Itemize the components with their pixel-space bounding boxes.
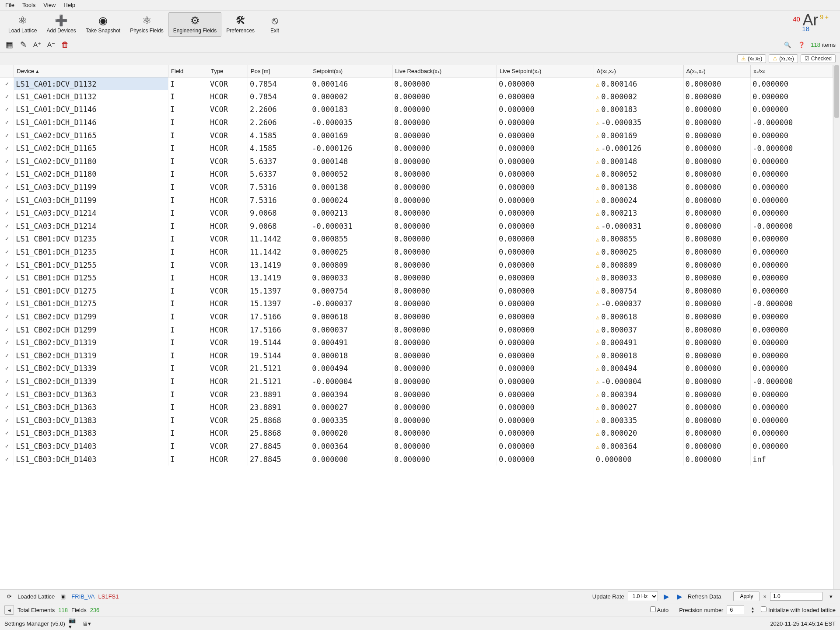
table-row[interactable]: LS1_CA03:DCH_D1199IHCOR7.53160.0000240.0… xyxy=(0,194,833,207)
toolbar-add-devices[interactable]: ➕Add Devices xyxy=(42,12,80,37)
row-check[interactable] xyxy=(0,362,14,375)
table-row[interactable]: LS1_CB01:DCV_D1235IVCOR11.14420.0008550.… xyxy=(0,233,833,246)
refresh-data-button[interactable]: Refresh Data xyxy=(688,593,721,600)
row-check[interactable] xyxy=(0,206,14,220)
row-check[interactable] xyxy=(0,259,14,272)
row-check[interactable] xyxy=(0,401,14,414)
row-check[interactable] xyxy=(0,388,14,401)
table-row[interactable]: LS1_CA02:DCV_D1165IVCOR4.15850.0001690.0… xyxy=(0,129,833,142)
col-8[interactable]: Δ(x₁,x₂) xyxy=(683,65,751,77)
row-check[interactable] xyxy=(0,271,14,284)
table-row[interactable]: LS1_CB03:DCV_D1403IVCOR27.88450.0003640.… xyxy=(0,440,833,453)
table-row[interactable]: LS1_CB03:DCH_D1383IHCOR25.88680.0000200.… xyxy=(0,427,833,440)
col-7[interactable]: Δ(x₀,x₂) xyxy=(594,65,683,77)
row-check[interactable] xyxy=(0,336,14,349)
table-row[interactable]: LS1_CB01:DCV_D1275IVCOR15.13970.0007540.… xyxy=(0,284,833,298)
table-row[interactable]: LS1_CB01:DCH_D1235IHCOR11.14420.0000250.… xyxy=(0,245,833,259)
help-icon[interactable]: ❓ xyxy=(797,40,806,49)
table-row[interactable]: LS1_CA01:DCH_D1132IHCOR0.78540.0000020.0… xyxy=(0,90,833,103)
row-check[interactable] xyxy=(0,155,14,168)
table-row[interactable]: LS1_CB02:DCV_D1339IVCOR21.51210.0004940.… xyxy=(0,362,833,375)
row-check[interactable] xyxy=(0,90,14,103)
row-check[interactable] xyxy=(0,245,14,259)
table-row[interactable]: LS1_CA01:DCV_D1132IVCOR0.78540.0001460.0… xyxy=(0,77,833,91)
col-4[interactable]: Setpoint(x₀) xyxy=(310,65,392,77)
row-check[interactable] xyxy=(0,440,14,453)
table-row[interactable]: LS1_CB03:DCH_D1403IHCOR27.88450.0000000.… xyxy=(0,453,833,466)
table-row[interactable]: LS1_CA03:DCV_D1199IVCOR7.53160.0001380.0… xyxy=(0,181,833,194)
auto-checkbox[interactable]: Auto xyxy=(650,606,669,613)
row-check[interactable] xyxy=(0,375,14,388)
menu-tools[interactable]: Tools xyxy=(22,2,35,8)
row-check[interactable] xyxy=(0,142,14,155)
row-check[interactable] xyxy=(0,233,14,246)
chip-delta-x1x2[interactable]: ⚠(x₁,x₂) xyxy=(769,54,798,63)
row-check[interactable] xyxy=(0,220,14,233)
apply-button[interactable]: Apply xyxy=(733,592,760,601)
col-6[interactable]: Live Setpoint(x₂) xyxy=(497,65,594,77)
lattice-link[interactable]: FRIB_VA xyxy=(71,593,94,600)
edit-icon[interactable]: ✎ xyxy=(18,40,28,49)
back-icon[interactable]: ◂ xyxy=(4,605,14,615)
table-row[interactable]: LS1_CB01:DCH_D1255IHCOR13.14190.0000330.… xyxy=(0,271,833,284)
table-row[interactable]: LS1_CB03:DCH_D1363IHCOR23.88910.0000270.… xyxy=(0,401,833,414)
table-row[interactable]: LS1_CA02:DCV_D1180IVCOR5.63370.0001480.0… xyxy=(0,155,833,168)
col-3[interactable]: Pos [m] xyxy=(248,65,310,77)
play-icon[interactable]: ▶ xyxy=(662,592,671,601)
toolbar-exit[interactable]: ⎋Exit xyxy=(259,12,290,37)
table-row[interactable]: LS1_CB03:DCV_D1383IVCOR25.88680.0003350.… xyxy=(0,414,833,427)
menu-file[interactable]: File xyxy=(5,2,14,8)
col-check[interactable] xyxy=(0,65,14,77)
table-row[interactable]: LS1_CB02:DCV_D1299IVCOR17.51660.0006180.… xyxy=(0,310,833,323)
precision-stepper[interactable]: ▴▾ xyxy=(748,605,757,615)
search-icon[interactable]: 🔍 xyxy=(783,40,792,49)
apply-menu-icon[interactable]: ▾ xyxy=(826,592,836,601)
menu-view[interactable]: View xyxy=(43,2,56,8)
table-row[interactable]: LS1_CA02:DCH_D1180IHCOR5.63370.0000520.0… xyxy=(0,168,833,181)
col-0[interactable]: Device ▴ xyxy=(14,65,168,77)
col-1[interactable]: Field xyxy=(168,65,208,77)
row-check[interactable] xyxy=(0,453,14,466)
chip-checked[interactable]: ☑Checked xyxy=(801,54,836,63)
toolbar-physics-fields[interactable]: ⚛Physics Fields xyxy=(125,12,168,37)
toolbar-engineering-fields[interactable]: ⚙Engineering Fields xyxy=(168,12,221,37)
row-check[interactable] xyxy=(0,194,14,207)
row-check[interactable] xyxy=(0,323,14,336)
camera-icon[interactable]: 📷▾ xyxy=(69,619,78,628)
row-check[interactable] xyxy=(0,414,14,427)
font-increase-icon[interactable]: A⁺ xyxy=(32,40,42,49)
table-row[interactable]: LS1_CA01:DCH_D1146IHCOR2.2606-0.0000350.… xyxy=(0,116,833,129)
table-row[interactable]: LS1_CB02:DCH_D1339IHCOR21.5121-0.0000040… xyxy=(0,375,833,388)
table-row[interactable]: LS1_CB01:DCH_D1275IHCOR15.1397-0.0000370… xyxy=(0,298,833,311)
delete-icon[interactable]: 🗑 xyxy=(60,40,70,49)
row-check[interactable] xyxy=(0,168,14,181)
menu-help[interactable]: Help xyxy=(63,2,75,8)
update-rate-select[interactable]: 1.0 Hz xyxy=(628,592,658,601)
row-check[interactable] xyxy=(0,298,14,311)
table-row[interactable]: LS1_CB02:DCV_D1319IVCOR19.51440.0004910.… xyxy=(0,336,833,349)
table-row[interactable]: LS1_CB01:DCV_D1255IVCOR13.14190.0008090.… xyxy=(0,259,833,272)
chip-delta-x0x2[interactable]: ⚠(x₀,x₂) xyxy=(737,54,766,63)
monitor-icon[interactable]: 🖥▾ xyxy=(82,619,91,628)
table-row[interactable]: LS1_CA03:DCH_D1214IHCOR9.0068-0.0000310.… xyxy=(0,220,833,233)
row-check[interactable] xyxy=(0,427,14,440)
init-checkbox[interactable]: Initialize with loaded lattice xyxy=(761,606,836,613)
row-check[interactable] xyxy=(0,284,14,298)
toolbar-preferences[interactable]: 🛠Preferences xyxy=(221,12,259,37)
table-row[interactable]: LS1_CB02:DCH_D1319IHCOR19.51440.0000180.… xyxy=(0,349,833,362)
row-check[interactable] xyxy=(0,116,14,129)
refresh-play-icon[interactable]: ▶ xyxy=(675,592,684,601)
table-row[interactable]: LS1_CA02:DCH_D1165IHCOR4.1585-0.0001260.… xyxy=(0,142,833,155)
table-row[interactable]: LS1_CB03:DCV_D1363IVCOR23.88910.0003940.… xyxy=(0,388,833,401)
toolbar-load-lattice[interactable]: ⚛Load Lattice xyxy=(4,12,42,37)
table-row[interactable]: LS1_CB02:DCH_D1299IHCOR17.51660.0000370.… xyxy=(0,323,833,336)
select-mode-icon[interactable]: ▦ xyxy=(4,40,14,49)
col-9[interactable]: x₂/x₀ xyxy=(751,65,833,77)
table-row[interactable]: LS1_CA03:DCV_D1214IVCOR9.00680.0002130.0… xyxy=(0,206,833,220)
row-check[interactable] xyxy=(0,349,14,362)
apply-value-input[interactable] xyxy=(770,592,822,601)
row-check[interactable] xyxy=(0,181,14,194)
vertical-scrollbar[interactable] xyxy=(833,65,840,589)
col-5[interactable]: Live Readback(x₁) xyxy=(392,65,497,77)
precision-input[interactable] xyxy=(727,606,744,614)
